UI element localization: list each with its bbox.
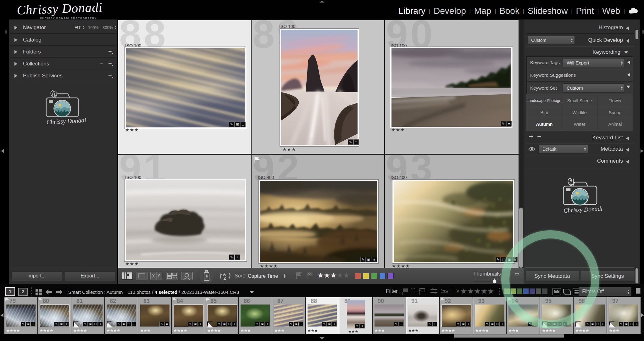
svg-text:Chrissy Donadi: Chrissy Donadi <box>564 205 603 214</box>
svg-text:Z: Z <box>224 276 226 281</box>
svg-text:Chrissy Donadi: Chrissy Donadi <box>46 116 86 126</box>
